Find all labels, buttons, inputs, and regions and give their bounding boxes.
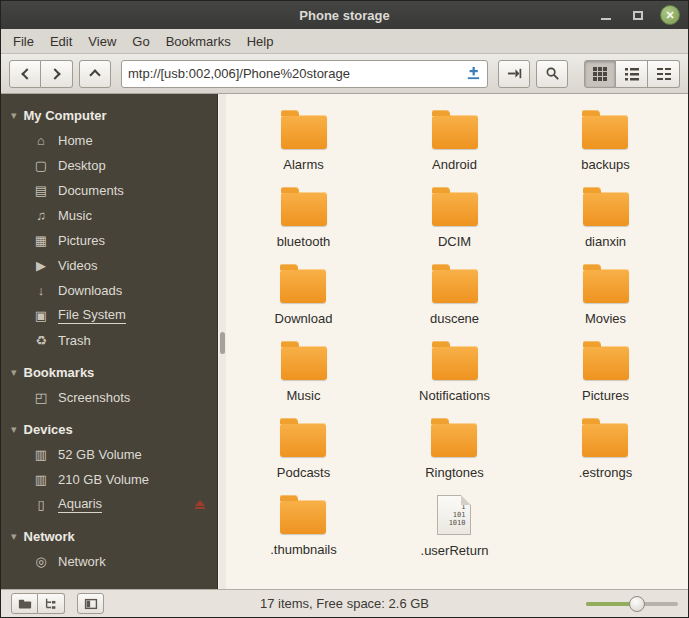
file-label: Movies bbox=[585, 311, 626, 326]
sidebar-item-label: Pictures bbox=[58, 233, 105, 248]
menu-go[interactable]: Go bbox=[124, 31, 157, 52]
sidebar-item-pictures[interactable]: ▦Pictures bbox=[1, 228, 217, 253]
network-icon: ◎ bbox=[33, 554, 49, 569]
file-item-bluetooth[interactable]: bluetooth bbox=[277, 181, 331, 258]
sidebar-item-label: 210 GB Volume bbox=[58, 472, 149, 487]
sidebar-item-trash[interactable]: ♻Trash bbox=[1, 328, 217, 353]
section-label: My Computer bbox=[24, 108, 107, 123]
scrollbar-thumb[interactable] bbox=[220, 332, 225, 354]
sidebar-item-videos[interactable]: ▶Videos bbox=[1, 253, 217, 278]
drive-icon: ▥ bbox=[33, 447, 49, 462]
close-button[interactable]: ✕ bbox=[660, 5, 680, 25]
expander-icon[interactable]: ▾ bbox=[11, 424, 17, 435]
up-icon bbox=[89, 69, 100, 80]
file-item-music[interactable]: Music bbox=[281, 335, 327, 412]
menu-view[interactable]: View bbox=[80, 31, 124, 52]
file-item-android[interactable]: Android bbox=[432, 104, 478, 181]
folder-icon bbox=[281, 192, 327, 226]
back-button[interactable] bbox=[9, 60, 41, 88]
sidebar: ▾My Computer⌂Home▢Desktop▤Documents♫Musi… bbox=[1, 94, 218, 589]
folder-icon bbox=[432, 115, 478, 149]
menu-file[interactable]: File bbox=[5, 31, 42, 52]
filesystem-icon: ▣ bbox=[33, 308, 49, 323]
forward-button[interactable] bbox=[41, 60, 73, 88]
menu-help[interactable]: Help bbox=[239, 31, 282, 52]
folder-icon bbox=[583, 269, 629, 303]
sidebar-section-devices[interactable]: ▾Devices bbox=[1, 416, 217, 442]
file-item-dianxin[interactable]: dianxin bbox=[583, 181, 629, 258]
file-item-userreturn[interactable]: 1 101 1010.userReturn bbox=[421, 489, 489, 566]
file-item-estrongs[interactable]: .estrongs bbox=[579, 412, 632, 489]
sidebar-scrollbar[interactable] bbox=[219, 94, 226, 589]
forward-icon bbox=[49, 68, 60, 79]
sidebar-section-bookmarks[interactable]: ▾Bookmarks bbox=[1, 359, 217, 385]
file-item-pictures[interactable]: Pictures bbox=[582, 335, 629, 412]
titlebar[interactable]: Phone storage ✕ bbox=[1, 1, 688, 29]
sidebar-item-label: Trash bbox=[58, 333, 91, 348]
expander-icon[interactable]: ▾ bbox=[11, 367, 17, 378]
trash-icon: ♻ bbox=[33, 333, 49, 348]
zoom-slider[interactable] bbox=[586, 590, 678, 617]
sidebar-section-my-computer[interactable]: ▾My Computer bbox=[1, 102, 217, 128]
maximize-button[interactable] bbox=[628, 5, 648, 25]
phone-icon: ▯ bbox=[33, 497, 49, 512]
file-item-alarms[interactable]: Alarms bbox=[281, 104, 327, 181]
sidebar-item-52-gb-volume[interactable]: ▥52 GB Volume bbox=[1, 442, 217, 467]
close-icon: ✕ bbox=[665, 10, 674, 21]
file-item-podcasts[interactable]: Podcasts bbox=[277, 412, 330, 489]
sidebar-item-music[interactable]: ♫Music bbox=[1, 203, 217, 228]
file-label: dianxin bbox=[585, 234, 626, 249]
sidebar-item-file-system[interactable]: ▣File System bbox=[1, 303, 217, 328]
eject-icon[interactable] bbox=[195, 500, 205, 509]
file-label: Alarms bbox=[283, 157, 323, 172]
file-item-thumbnails[interactable]: .thumbnails bbox=[270, 489, 336, 566]
file-item-duscene[interactable]: duscene bbox=[430, 258, 479, 335]
list-view-button[interactable] bbox=[616, 60, 648, 88]
zoom-track[interactable] bbox=[586, 602, 678, 606]
compact-view-button[interactable] bbox=[648, 60, 680, 88]
sidebar-panel-icon bbox=[84, 597, 98, 611]
zoom-handle[interactable] bbox=[629, 596, 645, 612]
sidebar-item-screenshots[interactable]: ◰Screenshots bbox=[1, 385, 217, 410]
videos-icon: ▶ bbox=[33, 258, 49, 273]
sidebar-item-documents[interactable]: ▤Documents bbox=[1, 178, 217, 203]
location-input[interactable] bbox=[128, 66, 462, 81]
statusbar: 17 items, Free space: 2.6 GB bbox=[1, 589, 688, 617]
file-item-movies[interactable]: Movies bbox=[583, 258, 629, 335]
section-label: Devices bbox=[24, 422, 73, 437]
sidebar-item-home[interactable]: ⌂Home bbox=[1, 128, 217, 153]
sidebar-section-network[interactable]: ▾Network bbox=[1, 523, 217, 549]
add-bookmark-icon[interactable] bbox=[466, 66, 481, 81]
jump-to-icon bbox=[507, 66, 522, 81]
up-button[interactable] bbox=[79, 60, 111, 88]
list-view-icon bbox=[625, 67, 639, 81]
sidebar-item-network[interactable]: ◎Network bbox=[1, 549, 217, 574]
main-area: ▾My Computer⌂Home▢Desktop▤Documents♫Musi… bbox=[1, 94, 688, 589]
sidebar-item-downloads[interactable]: ↓Downloads bbox=[1, 278, 217, 303]
file-item-notifications[interactable]: Notifications bbox=[419, 335, 490, 412]
file-item-backups[interactable]: backups bbox=[581, 104, 629, 181]
compact-view-icon bbox=[657, 67, 671, 81]
minimize-button[interactable] bbox=[596, 5, 616, 25]
icon-view-button[interactable] bbox=[584, 60, 616, 88]
file-item-download[interactable]: Download bbox=[275, 258, 333, 335]
location-bar[interactable] bbox=[121, 60, 488, 88]
sidebar-item-210-gb-volume[interactable]: ▥210 GB Volume bbox=[1, 467, 217, 492]
expander-icon[interactable]: ▾ bbox=[11, 531, 17, 542]
search-button[interactable] bbox=[536, 60, 568, 88]
menu-bookmarks[interactable]: Bookmarks bbox=[158, 31, 239, 52]
hide-sidebar-button[interactable] bbox=[77, 593, 104, 614]
menu-edit[interactable]: Edit bbox=[42, 31, 80, 52]
sidebar-item-label: File System bbox=[58, 307, 126, 324]
file-item-ringtones[interactable]: Ringtones bbox=[425, 412, 484, 489]
treeview-toggle-button[interactable] bbox=[38, 593, 65, 614]
toggle-location-entry-button[interactable] bbox=[498, 60, 530, 88]
sidebar-item-desktop[interactable]: ▢Desktop bbox=[1, 153, 217, 178]
folder-icon bbox=[582, 115, 628, 149]
places-toggle-button[interactable] bbox=[11, 593, 38, 614]
eject-triangle bbox=[195, 500, 205, 506]
search-icon bbox=[545, 66, 560, 81]
file-item-dcim[interactable]: DCIM bbox=[432, 181, 478, 258]
expander-icon[interactable]: ▾ bbox=[11, 110, 17, 121]
sidebar-item-aquaris[interactable]: ▯Aquaris bbox=[1, 492, 217, 517]
